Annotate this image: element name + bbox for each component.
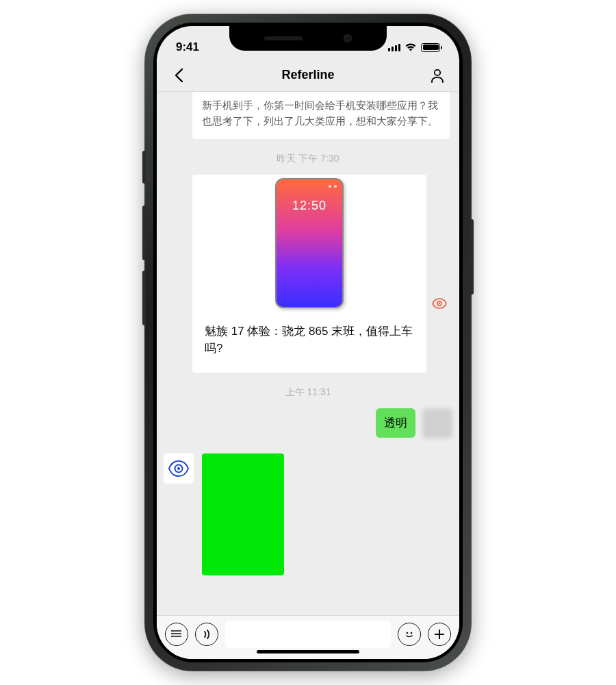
card-text: 新手机到手，你第一时间会给手机安装哪些应用？我也思考了下，列出了几大类应用，想和… bbox=[202, 99, 438, 127]
person-icon bbox=[429, 67, 446, 84]
chat-area[interactable]: 新手机到手，你第一时间会给手机安装哪些应用？我也思考了下，列出了几大类应用，想和… bbox=[157, 92, 459, 615]
add-button[interactable] bbox=[428, 623, 451, 646]
svg-point-11 bbox=[407, 632, 409, 634]
message-input[interactable] bbox=[225, 621, 391, 648]
article-card[interactable]: 魅族 17 体验：骁龙 865 末班，值得上车吗? bbox=[192, 175, 426, 373]
svg-point-4 bbox=[177, 467, 180, 470]
svg-point-0 bbox=[435, 69, 440, 75]
article-image bbox=[192, 175, 426, 312]
screen: 9:41 Referline bbox=[157, 26, 459, 659]
svg-point-12 bbox=[411, 632, 413, 634]
voice-icon bbox=[201, 628, 213, 640]
keyboard-button[interactable] bbox=[165, 623, 188, 646]
signal-icon bbox=[388, 44, 401, 51]
nav-bar: Referline bbox=[157, 59, 459, 92]
outgoing-bubble[interactable]: 透明 bbox=[376, 408, 415, 438]
eye-icon bbox=[432, 298, 447, 309]
keyboard-icon bbox=[170, 630, 183, 639]
voice-button[interactable] bbox=[195, 623, 218, 646]
svg-point-10 bbox=[171, 636, 172, 637]
back-button[interactable] bbox=[169, 66, 188, 85]
home-indicator[interactable] bbox=[257, 650, 359, 653]
page-title: Referline bbox=[281, 68, 334, 82]
wifi-icon bbox=[405, 42, 417, 52]
timestamp: 昨天 下午 7:30 bbox=[157, 153, 459, 165]
avatar[interactable] bbox=[422, 408, 452, 438]
svg-point-9 bbox=[171, 633, 172, 634]
phone-frame: 9:41 Referline bbox=[144, 14, 472, 671]
article-caption: 魅族 17 体验：骁龙 865 末班，值得上车吗? bbox=[192, 312, 426, 373]
emoji-button[interactable] bbox=[398, 623, 421, 646]
smile-icon bbox=[402, 627, 416, 641]
image-message[interactable] bbox=[202, 453, 284, 575]
svg-point-8 bbox=[171, 630, 172, 632]
plus-icon bbox=[433, 628, 446, 640]
contact-button[interactable] bbox=[428, 66, 447, 85]
avatar[interactable] bbox=[164, 453, 194, 484]
bubble-text: 透明 bbox=[384, 416, 407, 429]
battery-icon bbox=[421, 43, 440, 52]
eye-logo-icon bbox=[168, 460, 189, 477]
chevron-left-icon bbox=[174, 68, 183, 83]
outgoing-row: 透明 bbox=[157, 408, 459, 438]
svg-point-2 bbox=[439, 302, 440, 303]
status-time: 9:41 bbox=[176, 40, 199, 54]
incoming-row bbox=[157, 453, 459, 575]
message-card[interactable]: 新手机到手，你第一时间会给手机安装哪些应用？我也思考了下，列出了几大类应用，想和… bbox=[192, 92, 450, 139]
notch bbox=[229, 26, 387, 51]
timestamp: 上午 11:31 bbox=[157, 386, 459, 399]
